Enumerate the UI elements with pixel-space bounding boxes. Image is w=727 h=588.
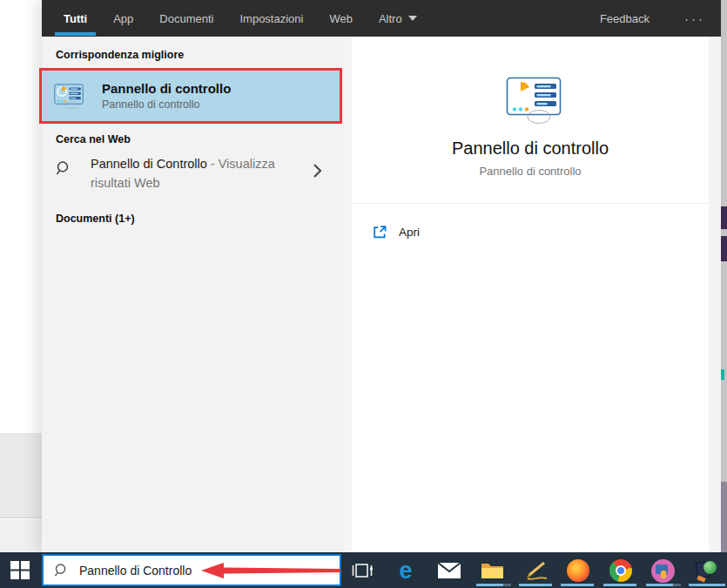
firefox-icon[interactable] <box>566 558 590 583</box>
edge-icon[interactable]: e <box>394 558 418 583</box>
tab-label: Altro <box>379 12 402 25</box>
kids-app-icon[interactable] <box>650 558 675 583</box>
mail-icon[interactable] <box>437 558 461 583</box>
open-external-icon <box>373 225 387 240</box>
feedback-button[interactable]: Feedback <box>600 12 650 25</box>
detail-title: Pannello di controllo <box>352 139 709 159</box>
taskbar: e <box>0 552 727 588</box>
search-input[interactable] <box>79 564 279 578</box>
tab-altro[interactable]: Altro <box>379 0 417 37</box>
desktop-icon-fragment <box>721 236 727 261</box>
detail-subtitle: Pannello di controllo <box>352 165 709 178</box>
search-results-area: Corrispondenza migliore Pannello di cont… <box>42 37 721 552</box>
running-indicator <box>519 584 552 586</box>
web-result-query: Pannello di Controllo <box>91 157 207 171</box>
open-action[interactable]: Apri <box>352 216 709 247</box>
background-window-left <box>0 0 42 552</box>
documents-header[interactable]: Documenti (1+) <box>56 213 135 225</box>
chevron-right-icon[interactable] <box>312 162 322 179</box>
desktop-fragment <box>721 482 727 552</box>
background-window-panel <box>0 433 42 518</box>
tab-label: App <box>113 12 133 25</box>
best-match-title: Pannello di controllo <box>102 81 231 96</box>
start-button-icon[interactable] <box>10 561 30 579</box>
search-icon <box>54 563 69 578</box>
more-options-icon[interactable]: ··· <box>684 11 705 26</box>
tab-label: Impostazioni <box>239 12 303 25</box>
running-indicator <box>603 584 636 586</box>
panel-right-gutter <box>709 37 721 552</box>
tab-label: Web <box>329 12 353 25</box>
chevron-down-icon <box>408 16 417 21</box>
background-window-toolbar <box>0 519 42 552</box>
ink-pen-icon[interactable] <box>524 558 549 583</box>
best-match-text: Pannello di controllo Pannello di contro… <box>102 81 231 111</box>
desktop-icon-fragment <box>721 206 727 229</box>
tab-label: Tutti <box>64 12 87 25</box>
file-explorer-icon[interactable] <box>480 558 504 583</box>
running-indicator <box>561 584 594 586</box>
control-panel-icon-large <box>506 77 562 124</box>
desktop-sliver <box>721 0 727 552</box>
detail-pane: Pannello di controllo Pannello di contro… <box>352 37 709 552</box>
divider <box>352 203 709 204</box>
best-match-header: Corrispondenza migliore <box>56 49 184 61</box>
search-filter-bar: Tutti App Documenti Impostazioni Web Alt… <box>42 0 721 37</box>
tab-tutti[interactable]: Tutti <box>64 0 87 37</box>
search-flyout: Tutti App Documenti Impostazioni Web Alt… <box>42 0 721 552</box>
best-match-result[interactable]: Pannello di controllo Pannello di contro… <box>42 71 340 121</box>
web-search-result[interactable]: Pannello di Controllo - Visualizza risul… <box>42 148 344 202</box>
tab-label: Documenti <box>159 12 213 25</box>
tab-web[interactable]: Web <box>329 0 353 37</box>
chrome-icon[interactable] <box>609 558 633 583</box>
tab-impostazioni[interactable]: Impostazioni <box>239 0 303 37</box>
running-indicator <box>689 584 725 586</box>
results-column: Corrispondenza migliore Pannello di cont… <box>42 37 344 552</box>
tab-app[interactable]: App <box>113 0 133 37</box>
running-indicator <box>646 584 681 586</box>
task-view-icon[interactable] <box>350 558 374 583</box>
desktop-icon-fragment <box>721 369 724 380</box>
web-result-text: Pannello di Controllo - Visualizza risul… <box>91 154 312 193</box>
control-panel-icon <box>54 84 84 109</box>
web-search-header: Cerca nel Web <box>56 133 131 145</box>
taskbar-search-box[interactable] <box>42 554 341 586</box>
column-divider <box>344 37 352 552</box>
running-indicator <box>476 584 511 586</box>
best-match-subtitle: Pannello di controllo <box>102 98 231 111</box>
search-icon <box>56 160 71 176</box>
capture-tool-icon[interactable] <box>694 558 718 583</box>
tab-documenti[interactable]: Documenti <box>159 0 213 37</box>
open-label: Apri <box>399 226 420 239</box>
